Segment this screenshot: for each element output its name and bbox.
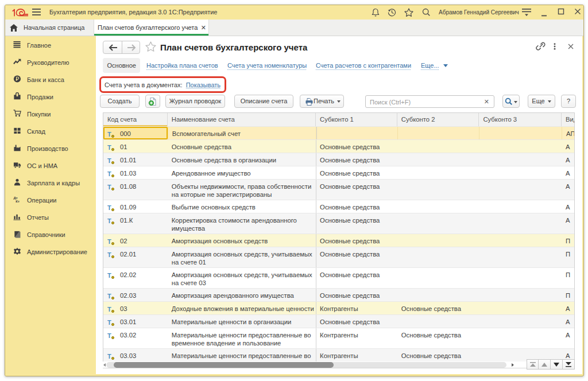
- svg-text:Дт: Дт: [13, 196, 17, 200]
- svg-text:Кт: Кт: [16, 200, 20, 203]
